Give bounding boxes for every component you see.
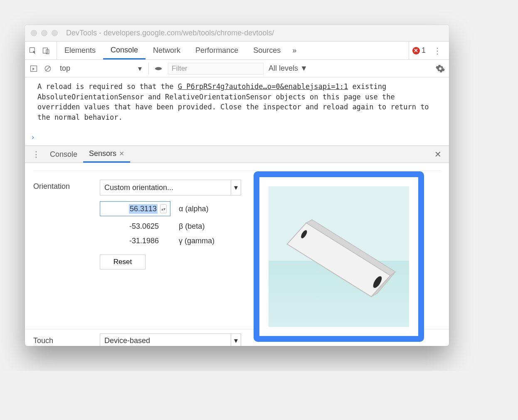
- titlebar: DevTools - developers.google.com/web/too…: [25, 25, 449, 42]
- alpha-value: 56.3113: [129, 204, 158, 214]
- tab-performance[interactable]: Performance: [188, 42, 246, 59]
- svg-line-5: [46, 67, 50, 71]
- device-toolbar-icon[interactable]: [42, 46, 51, 55]
- clear-console-icon[interactable]: [43, 64, 52, 73]
- drawer-tab-console[interactable]: Console: [44, 146, 83, 163]
- window-close-button[interactable]: [31, 30, 37, 36]
- console-source-link[interactable]: G P6rpRSr4g?autohide…o=0&enablejsapi=1:1: [178, 82, 348, 91]
- tab-elements[interactable]: Elements: [57, 42, 103, 59]
- touch-preset-select[interactable]: Device-based ▾: [100, 334, 241, 346]
- console-sidebar-toggle-icon[interactable]: [29, 64, 38, 73]
- chevron-down-icon: ▾: [138, 64, 142, 73]
- drawer-tab-sensors[interactable]: Sensors ✕: [83, 146, 130, 163]
- window-zoom-button[interactable]: [52, 30, 58, 36]
- console-message: A reload is required so that the G P6rpR…: [37, 82, 441, 123]
- orientation-visualization-highlight: [254, 171, 424, 342]
- inspect-element-icon[interactable]: [28, 46, 37, 55]
- window-minimize-button[interactable]: [41, 30, 47, 36]
- live-expression-icon[interactable]: [154, 64, 163, 73]
- gamma-value[interactable]: -31.1986: [100, 237, 170, 245]
- svg-point-6: [158, 67, 160, 69]
- error-icon: ✕: [412, 47, 420, 54]
- main-tab-strip: Elements Console Network Performance Sou…: [25, 42, 449, 60]
- device-3d-icon: [269, 186, 409, 327]
- orientation-preset-value: Custom orientation...: [104, 183, 173, 192]
- log-levels-select[interactable]: All levels ▼: [269, 64, 313, 73]
- reset-button[interactable]: Reset: [100, 254, 146, 269]
- svg-rect-1: [43, 48, 48, 53]
- stepper-icon[interactable]: ▴▾: [160, 204, 167, 213]
- chevron-down-icon: ▾: [231, 180, 241, 195]
- console-toolbar: top ▾ All levels ▼: [25, 60, 449, 77]
- console-settings-icon[interactable]: [436, 64, 445, 73]
- tab-sources[interactable]: Sources: [246, 42, 288, 59]
- error-count-badge[interactable]: ✕ 1: [409, 42, 429, 59]
- console-output: A reload is required so that the G P6rpR…: [25, 77, 449, 131]
- beta-label: β (beta): [179, 222, 205, 231]
- main-menu-button[interactable]: ⋮: [429, 46, 446, 56]
- sensors-panel: Orientation Custom orientation... ▾ 56.3…: [25, 163, 449, 329]
- chevron-down-icon: ▾: [231, 333, 241, 346]
- tabs-overflow-button[interactable]: »: [288, 46, 301, 55]
- traffic-lights: [31, 30, 58, 36]
- console-prompt[interactable]: ›: [25, 131, 449, 146]
- close-tab-icon[interactable]: ✕: [119, 150, 124, 158]
- beta-value[interactable]: -53.0625: [100, 222, 170, 231]
- drawer-close-button[interactable]: ✕: [430, 149, 446, 159]
- filter-input[interactable]: [168, 63, 264, 74]
- prompt-chevron-icon: ›: [31, 133, 35, 141]
- error-count: 1: [422, 46, 426, 55]
- drawer-tab-strip: ⋮ Console Sensors ✕ ✕: [25, 146, 449, 163]
- touch-label: Touch: [33, 336, 87, 345]
- orientation-label: Orientation: [33, 180, 87, 191]
- drawer-menu-button[interactable]: ⋮: [28, 150, 44, 159]
- main-tabs: Elements Console Network Performance Sou…: [57, 42, 301, 59]
- execution-context-select[interactable]: top ▾: [57, 63, 149, 74]
- gamma-label: γ (gamma): [179, 237, 215, 245]
- tab-console[interactable]: Console: [103, 42, 146, 59]
- alpha-label: α (alpha): [179, 205, 208, 213]
- orientation-visualization[interactable]: [269, 186, 409, 327]
- window-title: DevTools - developers.google.com/web/too…: [66, 29, 274, 37]
- orientation-preset-select[interactable]: Custom orientation... ▾: [100, 180, 241, 195]
- context-value: top: [60, 64, 70, 73]
- touch-preset-value: Device-based: [104, 336, 150, 345]
- alpha-input[interactable]: 56.3113 ▴▾: [100, 201, 170, 216]
- tab-network[interactable]: Network: [146, 42, 188, 59]
- devtools-window: DevTools - developers.google.com/web/too…: [25, 25, 449, 346]
